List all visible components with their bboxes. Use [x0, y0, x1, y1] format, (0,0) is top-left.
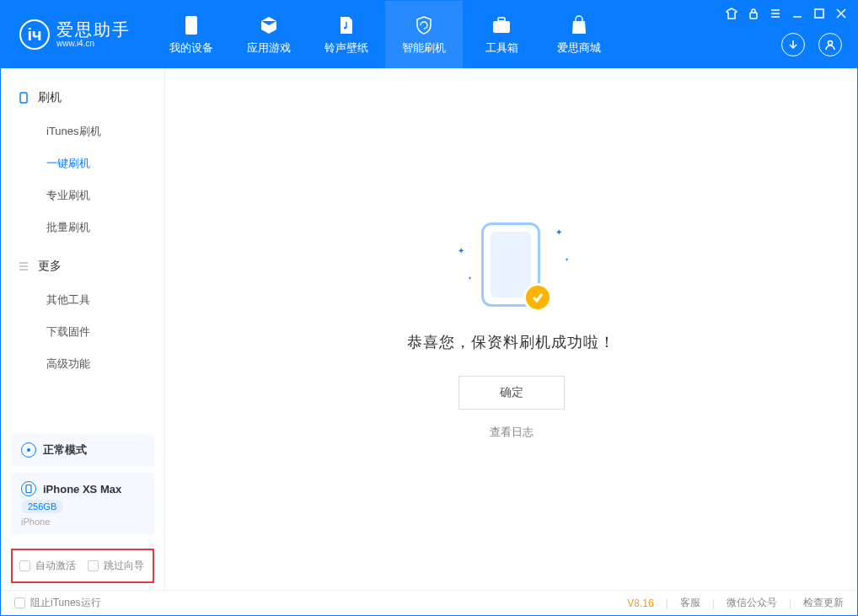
- footer-bar: 阻止iTunes运行 V8.16 | 客服 | 微信公众号 | 检查更新: [1, 590, 857, 615]
- sparkle-icon: ✦: [458, 246, 464, 255]
- svg-rect-9: [26, 485, 31, 493]
- minimize-icon[interactable]: [790, 6, 805, 21]
- confirm-button[interactable]: 确定: [458, 376, 565, 410]
- top-nav: 我的设备 应用游戏 铃声壁纸 智能刷机 工具箱 爱思商城: [153, 1, 618, 68]
- music-file-icon: [335, 13, 358, 37]
- sidebar-item-oneclick-flash[interactable]: 一键刷机: [1, 147, 164, 179]
- sidebar-section-more[interactable]: 更多: [1, 252, 164, 281]
- list-icon: [18, 260, 29, 272]
- nav-label: 我的设备: [169, 40, 213, 56]
- separator: |: [666, 597, 668, 609]
- nav-label: 铃声壁纸: [324, 40, 368, 56]
- svg-rect-5: [815, 9, 823, 18]
- nav-label: 智能刷机: [402, 40, 446, 56]
- logo-area: iч 爱思助手 www.i4.cn: [1, 19, 153, 50]
- nav-label: 工具箱: [485, 40, 518, 56]
- device-phone-icon: [21, 481, 36, 496]
- nav-ringtones-wallpapers[interactable]: 铃声壁纸: [308, 1, 385, 68]
- skip-guide-checkbox[interactable]: 跳过向导: [88, 559, 144, 573]
- header-bar: iч 爱思助手 www.i4.cn 我的设备 应用游戏 铃声壁纸 智能刷机 工具…: [1, 1, 857, 68]
- download-icon[interactable]: [781, 33, 805, 56]
- wechat-link[interactable]: 微信公众号: [727, 596, 777, 610]
- mode-icon: [21, 442, 36, 458]
- svg-point-6: [829, 41, 833, 46]
- sidebar: 刷机 iTunes刷机 一键刷机 专业刷机 批量刷机 更多 其他工具 下载固件 …: [1, 68, 165, 592]
- maximize-icon[interactable]: [812, 6, 827, 21]
- sidebar-menu: 刷机 iTunes刷机 一键刷机 专业刷机 批量刷机 更多 其他工具 下载固件 …: [1, 68, 164, 434]
- version-label: V8.16: [627, 597, 653, 609]
- shopping-bag-icon: [567, 13, 591, 37]
- toolbox-icon: [490, 13, 513, 37]
- user-icon[interactable]: [818, 33, 842, 56]
- body-area: 刷机 iTunes刷机 一键刷机 专业刷机 批量刷机 更多 其他工具 下载固件 …: [1, 68, 857, 592]
- checkbox-icon: [19, 560, 30, 571]
- sidebar-item-itunes-flash[interactable]: iTunes刷机: [1, 115, 164, 147]
- mode-card[interactable]: 正常模式: [11, 434, 154, 466]
- success-illustration: ✦ ✦ ✦ ✦: [453, 221, 571, 313]
- bottom-options-highlight: 自动激活 跳过向导: [11, 549, 154, 583]
- cube-icon: [257, 13, 281, 37]
- sparkle-icon: ✦: [468, 275, 472, 281]
- mode-label: 正常模式: [43, 442, 87, 458]
- main-content: ✦ ✦ ✦ ✦ 恭喜您，保资料刷机成功啦！ 确定 查看日志: [165, 68, 857, 592]
- customer-service-link[interactable]: 客服: [680, 596, 700, 610]
- sidebar-section-flash[interactable]: 刷机: [1, 83, 164, 112]
- svg-rect-0: [185, 16, 197, 35]
- sidebar-item-other-tools[interactable]: 其他工具: [1, 284, 164, 316]
- device-icon: [180, 13, 203, 37]
- sidebar-cards: 正常模式 iPhone XS Max 256GB iPhone: [1, 434, 164, 542]
- sidebar-item-advanced[interactable]: 高级功能: [1, 348, 164, 380]
- shirt-icon[interactable]: [724, 6, 739, 21]
- sidebar-item-batch-flash[interactable]: 批量刷机: [1, 212, 164, 244]
- header-actions: [781, 33, 842, 56]
- device-capacity-badge: 256GB: [21, 500, 63, 513]
- checkbox-icon: [88, 560, 99, 571]
- checkbox-label: 自动激活: [35, 559, 76, 573]
- svg-rect-3: [498, 18, 505, 21]
- checkbox-label: 阻止iTunes运行: [30, 596, 101, 610]
- app-title: 爱思助手: [56, 21, 131, 38]
- checkbox-icon: [14, 597, 25, 608]
- device-type: iPhone: [21, 517, 50, 527]
- device-name: iPhone XS Max: [43, 483, 121, 495]
- checkbox-label: 跳过向导: [104, 559, 144, 573]
- nav-apps-games[interactable]: 应用游戏: [230, 1, 308, 68]
- nav-toolbox[interactable]: 工具箱: [463, 1, 540, 68]
- svg-rect-2: [493, 21, 510, 33]
- phone-outline-icon: [18, 92, 29, 104]
- nav-smart-flash[interactable]: 智能刷机: [385, 1, 463, 68]
- sparkle-icon: ✦: [565, 256, 569, 262]
- check-update-link[interactable]: 检查更新: [803, 596, 844, 610]
- window-controls: [724, 6, 849, 21]
- view-log-link[interactable]: 查看日志: [490, 425, 534, 440]
- nav-store[interactable]: 爱思商城: [540, 1, 618, 68]
- svg-point-1: [344, 27, 346, 29]
- svg-rect-4: [750, 13, 757, 19]
- check-badge-icon: [523, 283, 552, 312]
- block-itunes-checkbox[interactable]: 阻止iTunes运行: [14, 596, 101, 610]
- sparkle-icon: ✦: [555, 228, 562, 237]
- section-title: 更多: [38, 259, 62, 274]
- auto-activate-checkbox[interactable]: 自动激活: [19, 559, 76, 573]
- nav-my-device[interactable]: 我的设备: [153, 1, 230, 68]
- svg-point-8: [27, 448, 30, 452]
- separator: |: [789, 597, 791, 609]
- device-card[interactable]: iPhone XS Max 256GB iPhone: [11, 473, 154, 535]
- close-icon[interactable]: [834, 6, 849, 21]
- app-logo-icon: iч: [19, 19, 50, 50]
- sidebar-item-download-firmware[interactable]: 下载固件: [1, 316, 164, 348]
- success-title: 恭喜您，保资料刷机成功啦！: [407, 332, 615, 352]
- menu-icon[interactable]: [768, 6, 783, 21]
- nav-label: 爱思商城: [557, 40, 601, 56]
- separator: |: [712, 597, 715, 609]
- app-subtitle: www.i4.cn: [56, 40, 131, 48]
- sidebar-item-pro-flash[interactable]: 专业刷机: [1, 179, 164, 212]
- section-title: 刷机: [38, 90, 62, 105]
- shield-refresh-icon: [412, 13, 436, 37]
- svg-rect-7: [20, 93, 27, 103]
- lock-icon[interactable]: [746, 6, 761, 21]
- nav-label: 应用游戏: [247, 40, 291, 56]
